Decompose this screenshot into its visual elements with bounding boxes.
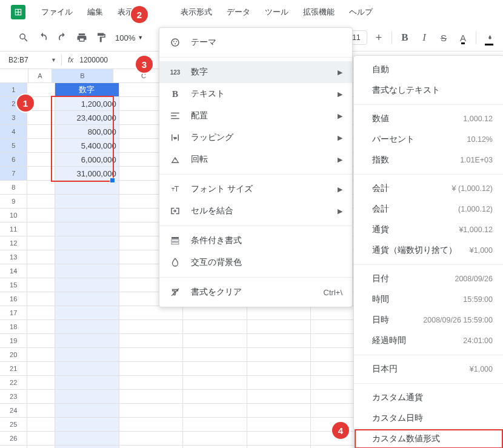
row-head-24[interactable]: 24 [0,404,27,417]
cell-B22[interactable] [55,376,119,389]
cell-E20[interactable] [247,348,311,361]
cell-B6[interactable]: 6,000,000 [55,153,119,166]
cell-A3[interactable] [27,111,55,124]
cell-B17[interactable] [55,306,119,319]
row-head-12[interactable]: 12 [0,236,27,250]
row-head-21[interactable]: 21 [0,362,27,375]
cell-E21[interactable] [247,362,311,375]
cell-B21[interactable] [55,362,119,375]
cell-D20[interactable] [183,348,247,361]
fmt-scientific[interactable]: 指数1.01E+03 [354,150,503,170]
strikethrough-button[interactable]: S [435,28,453,47]
cell-A9[interactable] [27,195,55,208]
cell-E18[interactable] [247,320,311,333]
row-head-14[interactable]: 14 [0,264,27,278]
menu-rotate[interactable]: 回転 ▶ [159,149,352,170]
row-head-13[interactable]: 13 [0,250,27,264]
row-head-18[interactable]: 18 [0,320,27,333]
cell-A21[interactable] [27,362,55,375]
cell-A7[interactable] [27,167,55,180]
cell-B14[interactable] [55,264,119,278]
cell-A4[interactable] [27,125,55,138]
fmt-duration[interactable]: 経過時間24:01:00 [354,330,503,351]
bold-button[interactable]: B [396,28,414,47]
row-head-10[interactable]: 10 [0,209,27,222]
row-head-6[interactable]: 6 [0,153,27,166]
menu-altcolors[interactable]: 交互の背景色 [159,252,352,273]
cell-A14[interactable] [27,264,55,278]
fmt-auto[interactable]: 自動 [354,59,503,80]
search-icon[interactable] [15,28,33,47]
cell-C18[interactable] [119,320,184,333]
fmt-datetime[interactable]: 日時2008/09/26 15:59:00 [354,310,503,330]
menu-file[interactable]: ファイル [35,3,79,21]
fmt-currency[interactable]: 通貨¥1,000.12 [354,219,503,240]
menu-data[interactable]: データ [221,3,256,21]
cell-D23[interactable] [183,390,247,403]
menu-wrap[interactable]: ラッピング ▶ [159,127,352,149]
zoom-select[interactable]: 100%▼ [112,33,147,42]
fmt-accounting[interactable]: 会計¥ (1,000.12) [354,178,503,199]
cell-A17[interactable] [27,306,55,319]
cell-E23[interactable] [247,390,311,403]
cell-B12[interactable] [55,236,119,250]
cell-D24[interactable] [183,404,247,417]
cell-A8[interactable] [27,181,55,194]
formula-input[interactable]: 1200000 [79,56,108,64]
cell-D27[interactable] [183,446,247,448]
cell-E24[interactable] [247,404,311,417]
fill-color-button[interactable] [480,28,498,47]
font-size-plus[interactable]: + [370,28,388,47]
cell-D18[interactable] [183,320,247,333]
cell-B1[interactable]: 数字 [55,83,119,96]
cell-D25[interactable] [183,418,247,431]
print-icon[interactable] [73,28,91,47]
row-head-23[interactable]: 23 [0,390,27,403]
row-head-26[interactable]: 26 [0,432,27,445]
paint-format-icon[interactable] [92,28,110,47]
cell-B9[interactable] [55,195,119,208]
cell-B11[interactable] [55,222,119,236]
cell-E19[interactable] [247,334,311,347]
cell-C24[interactable] [119,404,184,417]
cell-C26[interactable] [119,432,184,445]
cell-A12[interactable] [27,236,55,250]
cell-B25[interactable] [55,418,119,431]
cell-B13[interactable] [55,250,119,264]
row-head-8[interactable]: 8 [0,181,27,194]
row-head-20[interactable]: 20 [0,348,27,361]
cell-B18[interactable] [55,320,119,333]
row-head-7[interactable]: 7 [0,167,27,180]
cell-B27[interactable] [55,446,119,448]
row-head-17[interactable]: 17 [0,306,27,319]
cell-A26[interactable] [27,432,55,445]
menu-format[interactable]: 表示形式 [175,3,218,21]
row-head-5[interactable]: 5 [0,139,27,152]
menu-font-size[interactable]: ᴛT フォント サイズ ▶ [159,178,352,200]
name-box[interactable]: B2:B7 [0,56,51,64]
menu-help[interactable]: ヘルプ [343,3,379,21]
cell-B7[interactable]: 31,000,000 [55,167,119,180]
fmt-custom-number[interactable]: カスタム数値形式 [354,429,503,448]
col-head-A[interactable]: A [28,69,52,82]
menu-edit[interactable]: 編集 [81,3,109,21]
cell-C21[interactable] [119,362,184,375]
cell-A18[interactable] [27,320,55,333]
fmt-yen[interactable]: 日本円¥1,000 [354,359,503,379]
menu-clear-format[interactable]: 書式をクリア Ctrl+\ [159,281,352,303]
cell-E22[interactable] [247,376,311,389]
menu-extensions[interactable]: 拡張機能 [297,3,341,21]
cell-C23[interactable] [119,390,184,403]
italic-button[interactable]: I [415,28,433,47]
cell-A16[interactable] [27,292,55,306]
menu-tools[interactable]: ツール [259,3,295,21]
cell-A13[interactable] [27,250,55,264]
cell-C17[interactable] [119,306,184,319]
cell-B3[interactable]: 23,400,000 [55,111,119,124]
cell-E26[interactable] [247,432,311,445]
fmt-percent[interactable]: パーセント10.12% [354,129,503,150]
cell-C20[interactable] [119,348,184,361]
cell-B4[interactable]: 800,000 [55,125,119,138]
cell-E25[interactable] [247,418,311,431]
cell-C25[interactable] [119,418,184,431]
